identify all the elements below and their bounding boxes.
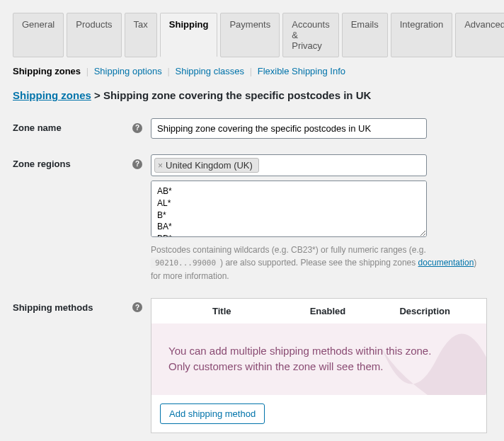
methods-empty-state: You can add multiple shipping methods wi…: [151, 323, 486, 395]
breadcrumb: Shipping zones > Shipping zone covering …: [13, 89, 491, 101]
remove-region-icon[interactable]: ×: [158, 161, 163, 171]
breadcrumb-current: Shipping zone covering the specific post…: [103, 89, 371, 101]
help-icon[interactable]: ?: [132, 302, 142, 312]
shipping-subtabs: Shipping zones | Shipping options | Ship…: [13, 66, 491, 76]
zone-name-label-text: Zone name: [13, 122, 62, 133]
zone-regions-label-text: Zone regions: [13, 159, 71, 169]
col-title: Title: [160, 306, 284, 316]
methods-table-header: Title Enabled Description: [151, 299, 486, 323]
hint-text-pre: Postcodes containing wildcards (e.g. CB2…: [151, 245, 426, 255]
tab-integration[interactable]: Integration: [391, 13, 452, 57]
methods-table-footer: Add shipping method: [151, 395, 486, 433]
postcodes-textarea[interactable]: [151, 181, 427, 237]
breadcrumb-separator: >: [91, 89, 103, 101]
settings-tabs: General Products Tax Shipping Payments A…: [13, 13, 491, 57]
shipping-methods-table: Title Enabled Description You can add mu…: [151, 298, 487, 433]
help-icon[interactable]: ?: [132, 159, 142, 169]
region-tag: × United Kingdom (UK): [154, 158, 259, 173]
zone-name-label: Zone name ?: [13, 118, 151, 133]
hint-code: 90210...99000: [151, 258, 220, 268]
subtab-options[interactable]: Shipping options: [94, 66, 162, 76]
shipping-methods-label: Shipping methods ?: [13, 298, 151, 313]
tab-advanced[interactable]: Advanced: [455, 13, 504, 57]
subtab-flexible[interactable]: Flexible Shipping Info: [258, 66, 345, 76]
tab-products[interactable]: Products: [67, 13, 121, 57]
separator: |: [86, 66, 88, 76]
col-enabled: Enabled: [284, 306, 372, 316]
zone-regions-label: Zone regions ?: [13, 154, 151, 169]
tab-emails[interactable]: Emails: [342, 13, 388, 57]
breadcrumb-root-link[interactable]: Shipping zones: [13, 89, 91, 101]
separator: |: [167, 66, 169, 76]
tab-payments[interactable]: Payments: [220, 13, 280, 57]
region-tag-label: United Kingdom (UK): [166, 160, 253, 171]
tab-general[interactable]: General: [13, 13, 64, 57]
tab-shipping[interactable]: Shipping: [160, 13, 218, 57]
zone-regions-select[interactable]: × United Kingdom (UK): [151, 154, 427, 176]
shipping-methods-label-text: Shipping methods: [13, 302, 93, 313]
empty-message-line1: You can add multiple shipping methods wi…: [168, 343, 469, 360]
subtab-classes[interactable]: Shipping classes: [175, 66, 244, 76]
tab-tax[interactable]: Tax: [125, 13, 157, 57]
documentation-link[interactable]: documentation: [418, 258, 474, 268]
subtab-zones[interactable]: Shipping zones: [13, 66, 81, 76]
help-icon[interactable]: ?: [132, 123, 142, 133]
empty-message-line2: Only customers within the zone will see …: [168, 359, 469, 375]
zone-name-input[interactable]: [151, 118, 427, 139]
add-shipping-method-button[interactable]: Add shipping method: [160, 403, 265, 424]
tab-accounts[interactable]: Accounts & Privacy: [282, 13, 338, 57]
postcodes-hint: Postcodes containing wildcards (e.g. CB2…: [151, 244, 483, 282]
separator: |: [250, 66, 252, 76]
hint-text-mid: ) are also supported. Please see the shi…: [220, 258, 418, 268]
col-description: Description: [372, 306, 478, 316]
